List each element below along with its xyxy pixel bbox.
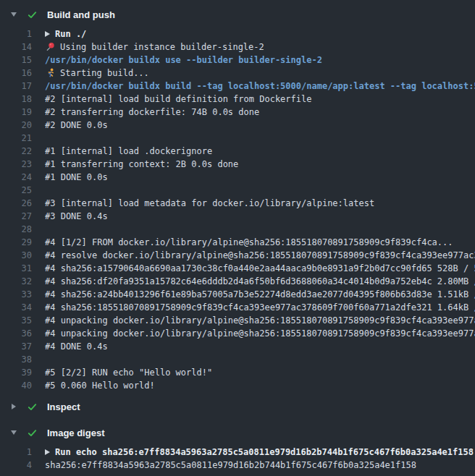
log-line: 23 #1 transferring context: 2B 0.0s done [0, 158, 475, 171]
section-header-inspect[interactable]: Inspect [0, 399, 475, 414]
log-line: 39 #5 [2/2] RUN echo "Hello world!" [0, 366, 475, 379]
log-text: #5 0.060 Hello world! [45, 379, 155, 392]
log-line: 40 #5 0.060 Hello world! [0, 379, 475, 392]
log-line: 22 #1 [internal] load .dockerignore [0, 145, 475, 158]
log-text: Using builder instance builder-single-2 [60, 41, 264, 54]
log-text: #2 DONE 0.0s [45, 119, 108, 132]
log-line: 38 [0, 353, 475, 366]
log-line: 1 Run echo sha256:e7ff8834a5963a2785c5a0… [0, 446, 475, 459]
log-section: Inspect [0, 399, 475, 414]
section-title: Build and push [47, 9, 115, 20]
line-number[interactable]: 32 [0, 275, 32, 288]
line-number[interactable]: 26 [0, 197, 32, 210]
log-text: #3 DONE 0.4s [45, 210, 108, 223]
chevron-right-icon [12, 404, 16, 409]
log-lines: 1 Run echo sha256:e7ff8834a5963a2785c5a0… [0, 446, 475, 472]
log-text: #1 DONE 0.0s [45, 171, 108, 184]
log-text: #4 unpacking docker.io/library/alpine@sh… [45, 314, 475, 327]
play-triangle-icon[interactable] [45, 31, 50, 37]
line-number[interactable]: 29 [0, 236, 32, 249]
log-text: #4 sha256:185518070891758909c9f839cf4ca3… [45, 301, 475, 314]
line-number[interactable]: 23 [0, 158, 32, 171]
line-number[interactable]: 22 [0, 145, 32, 158]
actions-log-viewer: { "page": { "background": "#262c33" }, "… [0, 0, 475, 476]
log-line: 27 #3 DONE 0.4s [0, 210, 475, 223]
log-text: #4 unpacking docker.io/library/alpine@sh… [45, 327, 475, 340]
log-text: #4 DONE 0.4s [45, 340, 108, 353]
log-section: Image digest 1 Run echo sha256:e7ff8834a… [0, 425, 475, 472]
play-triangle-icon[interactable] [45, 449, 50, 455]
log-text: #1 [internal] load .dockerignore [45, 145, 212, 158]
line-number[interactable]: 30 [0, 249, 32, 262]
log-text: #2 [internal] load build definition from… [45, 93, 311, 106]
log-line: 30 #4 resolve docker.io/library/alpine@s… [0, 249, 475, 262]
log-text: Run ./ [55, 27, 86, 41]
log-line: 31 #4 sha256:a15790640a6690aa1730c38cf0a… [0, 262, 475, 275]
log-text: /usr/bin/docker buildx build --tag local… [45, 80, 475, 93]
log-line: 16 Starting build... [0, 67, 475, 80]
log-text: #4 sha256:a15790640a6690aa1730c38cf0a440… [45, 262, 475, 275]
line-number[interactable]: 38 [0, 353, 32, 366]
log-text: #4 resolve docker.io/library/alpine@sha2… [45, 249, 475, 262]
log-line: 18 #2 [internal] load build definition f… [0, 93, 475, 106]
line-number[interactable]: 27 [0, 210, 32, 223]
log-text: #4 sha256:a24bb4013296f61e89ba57005a7b3e… [45, 288, 475, 301]
log-line: 4 sha256:e7ff8834a5963a2785c5a0811e979d1… [0, 459, 475, 472]
log-text: /usr/bin/docker buildx use --builder bui… [45, 54, 322, 67]
log-line: 28 [0, 223, 475, 236]
log-line: 15 /usr/bin/docker buildx use --builder … [0, 54, 475, 67]
line-number[interactable]: 40 [0, 379, 32, 392]
log-line: 21 [0, 132, 475, 145]
line-number[interactable]: 28 [0, 223, 32, 236]
line-number[interactable]: 37 [0, 340, 32, 353]
line-number[interactable]: 20 [0, 119, 32, 132]
line-number[interactable]: 31 [0, 262, 32, 275]
log-section: Build and push 1 Run ./ 14 [0, 7, 475, 392]
line-number[interactable]: 25 [0, 184, 32, 197]
line-number[interactable]: 36 [0, 327, 32, 340]
line-number[interactable]: 35 [0, 314, 32, 327]
line-number[interactable]: 1 [0, 446, 32, 459]
log-text: #4 sha256:df20fa9351a15782c64e6dddb2d4a6… [45, 275, 475, 288]
log-sections: Build and push 1 Run ./ 14 [0, 0, 475, 472]
log-text: sha256:e7ff8834a5963a2785c5a0811e979d16b… [45, 459, 416, 472]
log-text: #5 [2/2] RUN echo "Hello world!" [45, 366, 212, 379]
log-line: 26 #3 [internal] load metadata for docke… [0, 197, 475, 210]
line-number[interactable]: 1 [0, 27, 32, 41]
log-line: 17 /usr/bin/docker buildx build --tag lo… [0, 80, 475, 93]
line-number[interactable]: 14 [0, 41, 32, 54]
chevron-down-icon [11, 12, 17, 17]
line-number[interactable]: 18 [0, 93, 32, 106]
line-number[interactable]: 16 [0, 67, 32, 80]
pushpin-icon [45, 42, 55, 52]
log-line: 1 Run ./ [0, 27, 475, 41]
line-number[interactable]: 19 [0, 106, 32, 119]
log-lines: 1 Run ./ 14 [0, 27, 475, 392]
log-line: 14 Using builder instance builder-single… [0, 41, 475, 54]
log-line: 33 #4 sha256:a24bb4013296f61e89ba57005a7… [0, 288, 475, 301]
line-number[interactable]: 33 [0, 288, 32, 301]
line-number[interactable]: 15 [0, 54, 32, 67]
log-text: #2 transferring dockerfile: 74B 0.0s don… [45, 106, 259, 119]
line-number[interactable]: 39 [0, 366, 32, 379]
check-icon [27, 9, 38, 20]
line-number[interactable]: 21 [0, 132, 32, 145]
log-text: Starting build... [60, 67, 149, 80]
line-number[interactable]: 34 [0, 301, 32, 314]
log-line: 29 #4 [1/2] FROM docker.io/library/alpin… [0, 236, 475, 249]
log-line: 32 #4 sha256:df20fa9351a15782c64e6dddb2d… [0, 275, 475, 288]
line-number[interactable]: 17 [0, 80, 32, 93]
log-line: 36 #4 unpacking docker.io/library/alpine… [0, 327, 475, 340]
section-header-image-digest[interactable]: Image digest [0, 425, 475, 440]
log-line: 24 #1 DONE 0.0s [0, 171, 475, 184]
section-header-build-and-push[interactable]: Build and push [0, 7, 475, 22]
runner-icon [45, 68, 55, 78]
log-line: 35 #4 unpacking docker.io/library/alpine… [0, 314, 475, 327]
log-text: #3 [internal] load metadata for docker.i… [45, 197, 374, 210]
log-line: 19 #2 transferring dockerfile: 74B 0.0s … [0, 106, 475, 119]
log-text: #4 [1/2] FROM docker.io/library/alpine@s… [45, 236, 453, 249]
line-number[interactable]: 4 [0, 459, 32, 472]
line-number[interactable]: 24 [0, 171, 32, 184]
log-line: 37 #4 DONE 0.4s [0, 340, 475, 353]
log-line: 25 [0, 184, 475, 197]
